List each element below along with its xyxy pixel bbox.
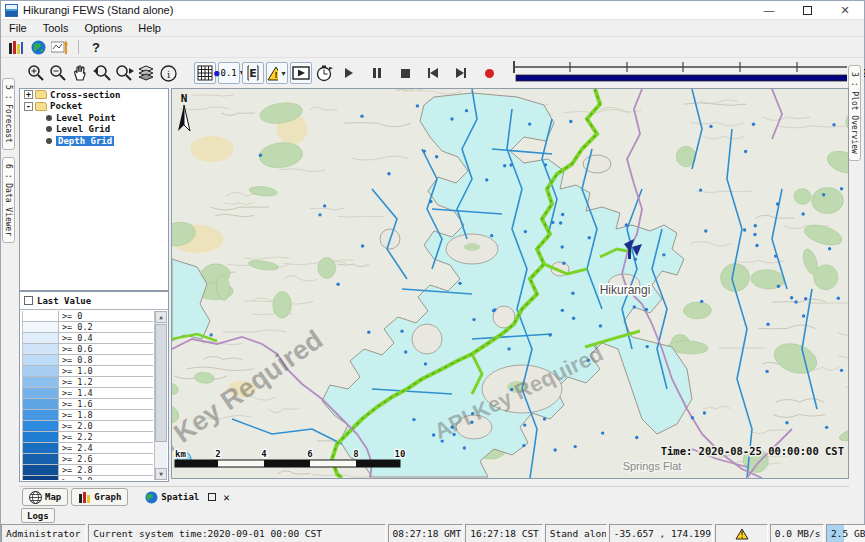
timeseries-button[interactable] <box>49 38 71 56</box>
left-dock-strip: 5 : Forecast 6 : Data Viewer <box>1 58 19 486</box>
globe-icon <box>31 40 46 55</box>
map-display-button[interactable] <box>27 38 49 56</box>
zoom-out-icon <box>49 64 67 82</box>
svg-text:4: 4 <box>261 449 267 459</box>
point-marker-icon: ● <box>214 68 219 78</box>
logs-button[interactable]: Logs <box>21 508 55 523</box>
reports-button[interactable] <box>5 38 27 56</box>
legend-row: >= 0.8 <box>23 355 153 366</box>
svg-text:2: 2 <box>215 449 220 459</box>
zoom-previous-button[interactable] <box>91 62 113 84</box>
layers-icon <box>137 65 155 81</box>
maximize-button[interactable] <box>788 1 826 19</box>
tree-item-cross-section[interactable]: +Cross-section <box>20 89 168 101</box>
info-button[interactable]: i <box>157 62 179 84</box>
layers-button[interactable] <box>135 62 157 84</box>
tree-expander-icon[interactable]: - <box>24 102 33 111</box>
bullet-icon <box>46 115 52 121</box>
scroll-up-icon[interactable]: ▲ <box>155 311 167 323</box>
tree-item-label: Cross-section <box>50 90 120 100</box>
right-dock-strip: 3 : Plot Overview <box>847 58 864 486</box>
tree-item-level-grid[interactable]: Level Grid <box>20 124 168 136</box>
menu-help[interactable]: Help <box>130 22 169 34</box>
bottom-tab-bar: Map Graph Spatial ✕ <box>19 486 849 507</box>
legend-row: >= 0.4 <box>23 333 153 344</box>
bar-chart-icon <box>8 40 24 55</box>
menu-tools[interactable]: Tools <box>35 22 77 34</box>
legend-color-swatch <box>23 454 59 464</box>
tab-forecast[interactable]: 5 : Forecast <box>2 78 15 150</box>
main-toolbar: ? <box>1 37 864 58</box>
tree-expander-icon[interactable]: + <box>24 90 33 99</box>
map-view[interactable]: API Key Required API Key Required Hikura… <box>171 88 849 479</box>
legend-color-swatch <box>23 432 59 442</box>
animation-button[interactable] <box>290 62 312 84</box>
legend-row: >= 0 <box>23 311 153 322</box>
legend-class-label: >= 0.4 <box>59 333 153 343</box>
warning-dropdown[interactable]: ! ▼ <box>266 62 288 84</box>
play-button[interactable] <box>338 62 360 84</box>
threshold-value: 0.1 <box>220 68 236 78</box>
hand-icon <box>72 64 88 82</box>
tab-map[interactable]: Map <box>22 488 68 506</box>
threshold-dropdown[interactable]: ● 0.1 ▼ <box>218 62 240 84</box>
pan-button[interactable] <box>69 62 91 84</box>
logs-bar: Logs <box>19 507 849 524</box>
zoom-in-button[interactable] <box>25 62 47 84</box>
zoom-out-button[interactable] <box>47 62 69 84</box>
skip-end-button[interactable] <box>450 62 472 84</box>
zoom-next-button[interactable] <box>113 62 135 84</box>
svg-text:km: km <box>175 449 186 459</box>
skip-start-button[interactable] <box>422 62 444 84</box>
last-value-checkbox[interactable] <box>24 296 33 305</box>
maximize-panel-icon[interactable] <box>208 493 216 501</box>
legend-class-label: >= 0.6 <box>59 344 153 354</box>
tab-graph[interactable]: Graph <box>71 488 128 506</box>
label-display-button[interactable]: E <box>242 62 264 84</box>
pause-button[interactable] <box>366 62 388 84</box>
tree-item-pocket[interactable]: -Pocket <box>20 101 168 113</box>
tab-plot-overview[interactable]: 3 : Plot Overview <box>848 65 861 161</box>
help-button[interactable]: ? <box>86 40 106 55</box>
zoom-in-icon <box>27 64 45 82</box>
label-icon: E <box>247 65 259 81</box>
svg-text:8: 8 <box>353 449 358 459</box>
legend-scrollbar[interactable]: ▲ ▼ <box>154 311 167 480</box>
legend-color-swatch <box>23 476 59 480</box>
record-button[interactable] <box>478 62 500 84</box>
close-button[interactable]: ✕ <box>826 1 864 19</box>
application-window: Hikurangi FEWS (Stand alone) — ✕ File To… <box>0 0 865 542</box>
grid-display-button[interactable] <box>194 62 216 84</box>
minimize-button[interactable]: — <box>750 1 788 19</box>
close-panel-icon[interactable]: ✕ <box>223 491 230 504</box>
legend-row: >= 1.4 <box>23 388 153 399</box>
svg-text:!: ! <box>275 70 278 80</box>
legend-row: >= 2.2 <box>23 432 153 443</box>
bar-chart-icon <box>78 491 91 504</box>
svg-text:10: 10 <box>395 449 406 459</box>
tab-data-viewer[interactable]: 6 : Data Viewer <box>2 157 15 243</box>
tab-spatial[interactable]: Spatial ✕ <box>139 488 236 506</box>
tree-item-depth-grid[interactable]: Depth Grid <box>20 135 168 147</box>
stop-button[interactable] <box>394 62 416 84</box>
tree-item-label: Level Point <box>56 113 116 123</box>
scrollbar-thumb[interactable] <box>155 324 167 442</box>
status-memory: 2.5 GB <box>826 524 865 542</box>
legend-class-label: >= 1.0 <box>59 366 153 376</box>
last-value-label: Last Value <box>37 296 91 306</box>
scroll-down-icon[interactable]: ▼ <box>155 468 167 480</box>
legend-row: >= 2.8 <box>23 465 153 476</box>
timer-button[interactable] <box>313 62 335 84</box>
menu-options[interactable]: Options <box>76 22 130 34</box>
app-logo-icon <box>5 4 18 17</box>
legend-panel: Last Value >= 0>= 0.2>= 0.4>= 0.6>= 0.8>… <box>19 291 169 482</box>
status-warning-cell[interactable]: ! <box>715 524 767 542</box>
status-network-speed: 0.0 MB/s <box>770 524 824 542</box>
menu-file[interactable]: File <box>1 22 35 34</box>
legend-class-label: >= 2.4 <box>59 443 153 453</box>
svg-text:!: ! <box>739 531 744 540</box>
tree-item-level-point[interactable]: Level Point <box>20 112 168 124</box>
stop-icon <box>401 69 410 78</box>
time-slider[interactable] <box>511 58 856 88</box>
spatial-layers-tree: +Cross-section-PocketLevel PointLevel Gr… <box>19 88 169 291</box>
